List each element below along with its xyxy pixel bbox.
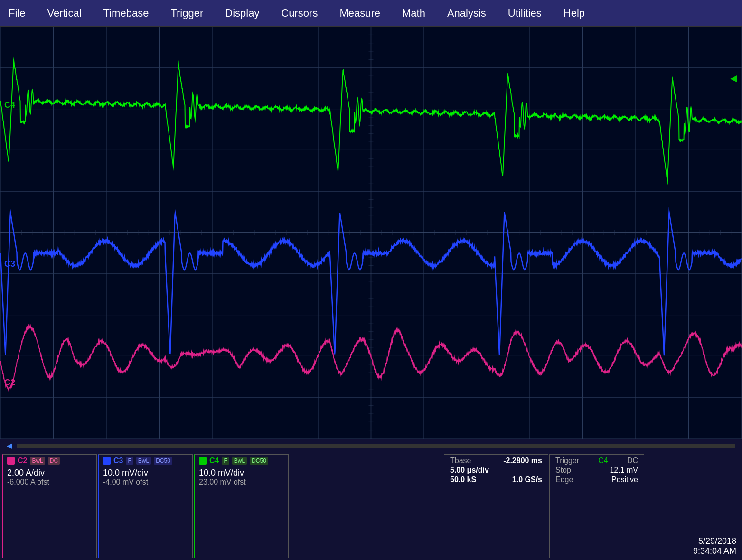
trigger-stop-label: Stop — [555, 466, 571, 475]
time-value: 9:34:04 AM — [693, 546, 736, 556]
c4-badge-f: F — [222, 457, 229, 465]
c4-info: C4 F BwL DC50 10.0 mV/div 23.00 mV ofst — [194, 454, 289, 558]
c3-color-indicator — [103, 457, 111, 465]
c4-color-indicator — [199, 457, 207, 465]
date-value: 5/29/2018 — [698, 536, 736, 546]
scroll-left-arrow[interactable]: ◄ — [5, 440, 14, 451]
channel-c4-label: C4 — [4, 100, 15, 110]
trigger-arrow: ◄ — [728, 72, 739, 85]
tbase-value: -2.2800 ms — [503, 457, 542, 465]
c4-badge-dc50: DC50 — [250, 457, 268, 465]
c2-label: C2 — [18, 457, 27, 465]
menu-help[interactable]: Help — [560, 5, 589, 21]
timing-info: Tbase -2.2800 ms 5.00 μs/div 50.0 kS 1.0… — [444, 454, 548, 558]
menu-vertical[interactable]: Vertical — [43, 5, 85, 21]
menu-analysis[interactable]: Analysis — [443, 5, 490, 21]
menu-measure[interactable]: Measure — [336, 5, 384, 21]
datetime-area: 5/29/2018 9:34:04 AM — [645, 454, 740, 558]
ks-value: 50.0 kS — [450, 476, 476, 484]
menu-cursors[interactable]: Cursors — [277, 5, 321, 21]
trigger-edge-value: Positive — [611, 476, 638, 484]
menu-trigger[interactable]: Trigger — [167, 5, 207, 21]
scrollbar-area[interactable]: ◄ — [0, 439, 742, 452]
menu-bar: File Vertical Timebase Trigger Display C… — [0, 0, 742, 26]
c2-badge-dc: DC — [48, 457, 60, 465]
us-div-value: 5.00 μs/div — [450, 466, 489, 475]
channel-c2-label: C2 — [4, 378, 15, 388]
scroll-track[interactable] — [17, 444, 735, 448]
channel-c3-label: C3 — [4, 259, 15, 269]
trigger-mode: DC — [627, 457, 638, 465]
c3-label: C3 — [113, 457, 123, 465]
c3-badge-dc50: DC50 — [154, 457, 172, 465]
c2-badge-bwl: BwL — [30, 457, 45, 465]
trigger-label: Trigger — [555, 457, 579, 465]
menu-math[interactable]: Math — [398, 5, 429, 21]
c4-div-value: 10.0 mV/div — [199, 468, 284, 478]
c2-info: C2 BwL DC 2.00 A/div -6.000 A ofst — [2, 454, 97, 558]
scope-display: C4 C3 C2 ◄ — [0, 26, 742, 439]
tbase-label: Tbase — [450, 457, 471, 465]
c4-offset-value: 23.00 mV ofst — [199, 478, 284, 486]
status-bar: C2 BwL DC 2.00 A/div -6.000 A ofst C3 F … — [0, 452, 742, 560]
c4-label: C4 — [209, 457, 219, 465]
c2-div-value: 2.00 A/div — [7, 468, 93, 478]
c4-badge-bwl: BwL — [232, 457, 247, 465]
c3-div-value: 10.0 mV/div — [103, 468, 188, 478]
wave-canvas — [0, 27, 742, 439]
menu-display[interactable]: Display — [221, 5, 263, 21]
menu-utilities[interactable]: Utilities — [504, 5, 545, 21]
trigger-stop-value: 12.1 mV — [610, 466, 638, 475]
c3-offset-value: -4.00 mV ofst — [103, 478, 188, 486]
c3-badge-bwl: BwL — [136, 457, 151, 465]
trigger-info: Trigger C4 DC Stop 12.1 mV Edge Positive — [549, 454, 644, 558]
menu-file[interactable]: File — [5, 5, 29, 21]
trigger-edge-label: Edge — [555, 476, 573, 484]
gs-value: 1.0 GS/s — [512, 476, 542, 484]
c3-info: C3 F BwL DC50 10.0 mV/div -4.00 mV ofst — [98, 454, 193, 558]
trigger-channel: C4 — [598, 457, 608, 465]
c2-color-indicator — [7, 457, 15, 465]
c2-offset-value: -6.000 A ofst — [7, 478, 93, 486]
menu-timebase[interactable]: Timebase — [100, 5, 153, 21]
c3-badge-f: F — [126, 457, 133, 465]
